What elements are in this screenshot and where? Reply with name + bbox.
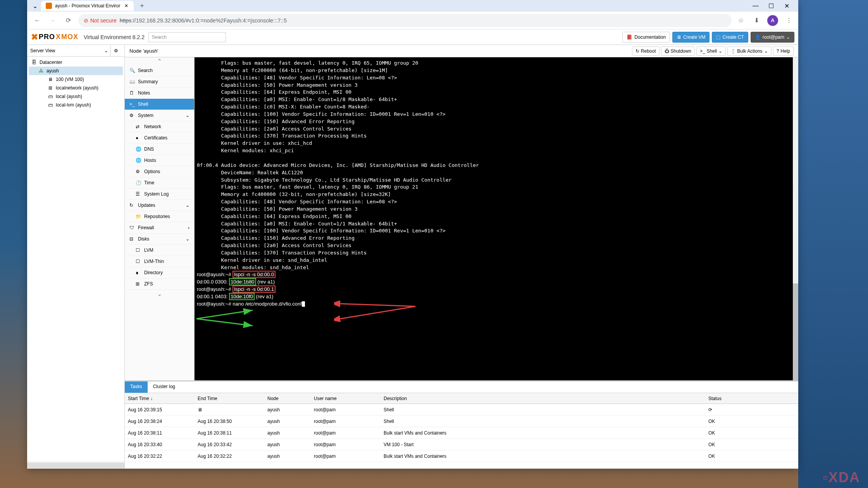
shell-terminal[interactable]: Flags: bus master, fast devsel, latency … <box>195 57 798 380</box>
shell-dropdown-button[interactable]: >_Shell ⌄ <box>696 46 726 56</box>
table-row[interactable]: Aug 16 20:38:11Aug 16 20:38:11ayushroot@… <box>125 427 798 439</box>
subnav-summary[interactable]: 📖Summary <box>125 76 194 88</box>
subnav-search[interactable]: 🔍Search <box>125 65 194 76</box>
downloads-icon[interactable]: ⬇ <box>752 16 761 25</box>
subnav-notes[interactable]: 🗒Notes <box>125 88 194 99</box>
create-vm-button[interactable]: 🖥Create VM <box>672 32 710 43</box>
reboot-button[interactable]: ↻Reboot <box>632 46 660 56</box>
task-table-header[interactable]: Start Time ↓ End Time Node User name Des… <box>125 393 798 404</box>
header-node[interactable]: Node <box>264 396 311 401</box>
subnav-dns[interactable]: 🌐DNS <box>125 144 194 155</box>
bulk-actions-button[interactable]: ⋮Bulk Actions ⌄ <box>727 46 771 56</box>
profile-avatar[interactable]: A <box>767 15 778 26</box>
annotation-arrow-green <box>195 307 257 330</box>
spinner-icon: ⟳ <box>708 407 712 412</box>
user-menu-button[interactable]: 👤root@pam ⌄ <box>751 32 794 43</box>
gear-icon: ⚙ <box>114 48 118 53</box>
help-button[interactable]: ?Help <box>773 46 794 56</box>
new-tab-button[interactable]: + <box>137 0 148 11</box>
subnav-repositories[interactable]: 📁Repositories <box>125 211 194 222</box>
tree-local[interactable]: 🗃local (ayush) <box>29 92 123 101</box>
terminal-scrollbar[interactable] <box>793 57 798 380</box>
subnav-lvm-thin[interactable]: ☐LVM-Thin <box>125 256 194 267</box>
highlight-id-1: 10de:1b80 <box>229 278 256 285</box>
not-secure-badge[interactable]: ⊘ Not secure <box>84 17 117 24</box>
proxmox-logo[interactable]: ✖ PROXMOX <box>31 32 78 42</box>
header-status[interactable]: Status <box>705 396 798 401</box>
desktop-wallpaper-lamp <box>0 364 31 488</box>
folder-icon: ∎ <box>136 270 141 275</box>
subnav-time[interactable]: 🕐Time <box>125 177 194 189</box>
maximize-button[interactable]: ☐ <box>767 2 775 10</box>
bookmark-star-icon[interactable]: ☆ <box>736 16 746 25</box>
create-ct-button[interactable]: ⬚Create CT <box>712 32 748 43</box>
log-tab-tasks[interactable]: Tasks <box>125 381 148 393</box>
header-user[interactable]: User name <box>311 396 381 401</box>
table-row[interactable]: Aug 16 20:38:24Aug 16 20:38:50ayushroot@… <box>125 416 798 427</box>
subnav-shell[interactable]: >_Shell <box>125 99 194 110</box>
url-input[interactable]: ⊘ Not secure https://192.168.29.32:8006/… <box>78 14 732 27</box>
xda-watermark: ▫XDA <box>823 469 860 486</box>
subnav-disks[interactable]: ⊟Disks⌄ <box>125 234 194 245</box>
resource-tree-panel: Server View ⌄ ⚙ 🗄Datacenter 🖧ayush 🖥100 … <box>27 45 125 469</box>
network-icon: ⇄ <box>136 124 141 129</box>
node-toolbar: Node 'ayush' ↻Reboot ⏻Shutdown >_Shell ⌄… <box>125 45 798 57</box>
monitor-icon: 🖥 <box>198 407 202 412</box>
table-row[interactable]: Aug 16 20:32:22Aug 16 20:32:22ayushroot@… <box>125 450 798 462</box>
documentation-button[interactable]: 📕Documentation <box>622 32 670 43</box>
tab-list-dropdown[interactable]: ⌄ <box>30 1 40 10</box>
task-table: Start Time ↓ End Time Node User name Des… <box>125 393 798 469</box>
address-bar: ← → ⟳ ⊘ Not secure https://192.168.29.32… <box>27 12 798 29</box>
highlight-cmd-1: lspci -n -s 0d:00.0 <box>232 271 276 278</box>
url-text: https://192.168.29.32:8006/#v1:0:=node%2… <box>120 17 287 24</box>
monitor-icon: 🖥 <box>47 77 53 82</box>
global-search-input[interactable]: Search <box>148 32 226 42</box>
browser-menu-icon[interactable]: ⋮ <box>784 16 794 25</box>
forward-button[interactable]: → <box>47 15 58 26</box>
view-selector[interactable]: Server View ⌄ <box>30 48 108 53</box>
log-tab-cluster[interactable]: Cluster log <box>148 381 181 393</box>
back-button[interactable]: ← <box>32 15 43 26</box>
warning-icon: ⊘ <box>84 17 88 24</box>
subnav-directory[interactable]: ∎Directory <box>125 267 194 278</box>
table-row[interactable]: Aug 16 20:39:15🖥ayushroot@pamShell⟳ <box>125 404 798 416</box>
table-row[interactable]: Aug 16 20:33:40Aug 16 20:33:42ayushroot@… <box>125 439 798 450</box>
shutdown-button[interactable]: ⏻Shutdown <box>661 46 695 56</box>
desktop-wallpaper-right <box>798 0 868 488</box>
subnav-hosts[interactable]: 🌐Hosts <box>125 155 194 166</box>
tree-local-lvm[interactable]: 🗃local-lvm (ayush) <box>29 101 123 109</box>
tab-favicon <box>46 3 52 9</box>
menu-icon: ⋮ <box>731 48 735 54</box>
subnav-scroll-down[interactable]: ⌄ <box>125 290 194 297</box>
tree-localnetwork[interactable]: ⊞localnetwork (ayush) <box>29 84 123 92</box>
subnav-zfs[interactable]: ⊞ZFS <box>125 278 194 290</box>
tree-node-ayush[interactable]: 🖧ayush <box>29 67 123 75</box>
tab-close-icon[interactable]: ✕ <box>124 3 129 9</box>
browser-tab-active[interactable]: ayush - Proxmox Virtual Enviror ✕ <box>41 1 134 11</box>
subnav-scroll-up[interactable]: ⌃ <box>125 57 194 65</box>
reload-button[interactable]: ⟳ <box>63 15 74 26</box>
subnav-system-log[interactable]: ☰System Log <box>125 189 194 200</box>
tree-vm-100[interactable]: 🖥100 (VM 100) <box>29 75 123 84</box>
minimize-button[interactable]: — <box>752 2 760 10</box>
subnav-options[interactable]: ⚙Options <box>125 166 194 177</box>
close-window-button[interactable]: ✕ <box>783 2 790 10</box>
tree-horizontal-scrollbar[interactable] <box>27 462 124 469</box>
subnav-lvm[interactable]: ☐LVM <box>125 245 194 256</box>
reboot-icon: ↻ <box>636 48 639 54</box>
browser-tab-bar: ⌄ ayush - Proxmox Virtual Enviror ✕ + — … <box>27 0 798 12</box>
header-end-time[interactable]: End Time <box>195 396 264 401</box>
terminal-output: Flags: bus master, fast devsel, latency … <box>197 60 796 271</box>
subnav-firewall[interactable]: 🛡Firewall› <box>125 222 194 234</box>
header-start-time[interactable]: Start Time ↓ <box>125 396 195 401</box>
node-sub-navigation: ⌃ 🔍Search 📖Summary 🗒Notes >_Shell ⚙Syste… <box>125 57 195 380</box>
tree-settings-button[interactable]: ⚙ <box>110 45 121 56</box>
subnav-system[interactable]: ⚙System⌄ <box>125 110 194 121</box>
window-controls: — ☐ ✕ <box>752 2 795 10</box>
subnav-updates[interactable]: ↻Updates⌄ <box>125 200 194 211</box>
subnav-network[interactable]: ⇄Network <box>125 121 194 132</box>
subnav-certificates[interactable]: ●Certificates <box>125 132 194 144</box>
task-log-panel: Tasks Cluster log Start Time ↓ End Time … <box>125 380 798 469</box>
tree-datacenter[interactable]: 🗄Datacenter <box>29 58 123 67</box>
header-description[interactable]: Description <box>381 396 705 401</box>
